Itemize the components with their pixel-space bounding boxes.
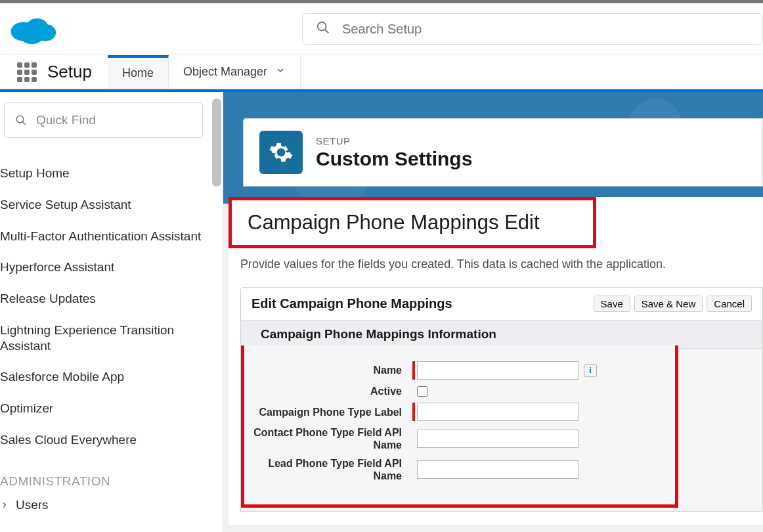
search-icon (15, 114, 27, 127)
sidebar-nav: Setup Home Service Setup Assistant Multi… (0, 158, 223, 516)
save-and-new-button[interactable]: Save & New (634, 296, 703, 312)
page-title-highlight: Campaign Phone Mappings Edit (229, 197, 596, 248)
global-search-input[interactable] (342, 22, 749, 37)
svg-line-5 (325, 30, 329, 33)
setup-sidebar: Setup Home Service Setup Assistant Multi… (0, 92, 223, 532)
app-launcher-icon[interactable] (12, 55, 42, 89)
search-icon (316, 20, 330, 37)
chevron-right-icon (0, 500, 9, 510)
sidebar-item-users[interactable]: Users (0, 494, 223, 516)
form-toolbar: Edit Campaign Phone Mappings Save Save &… (241, 288, 762, 321)
form-buttons: Save Save & New Cancel (594, 296, 752, 312)
form-fields-highlight: Name i Active Campaign Phone Type Label (241, 345, 678, 508)
quick-find[interactable] (4, 102, 203, 138)
sidebar-item[interactable]: Lightning Experience Transition Assistan… (0, 315, 223, 362)
sidebar-item[interactable]: Optimizer (0, 393, 223, 424)
field-label: Name (244, 364, 412, 376)
tab-object-manager[interactable]: Object Manager (169, 55, 301, 89)
field-row-campaign-phone-type-label: Campaign Phone Type Label (244, 400, 675, 424)
global-search[interactable] (302, 13, 763, 45)
tab-label: Home (122, 66, 154, 80)
sidebar-item-label: Users (16, 498, 49, 512)
svg-line-7 (22, 122, 26, 125)
campaign-phone-type-label-input[interactable] (417, 403, 578, 421)
edit-form-card: Edit Campaign Phone Mappings Save Save &… (240, 287, 763, 512)
tab-label: Object Manager (183, 65, 267, 79)
page-subtitle: Provide values for the fields you create… (240, 257, 763, 271)
content-area: SETUP Custom Settings Campaign Phone Map… (223, 92, 763, 532)
cancel-button[interactable]: Cancel (707, 296, 752, 312)
quick-find-input[interactable] (36, 113, 192, 127)
page-header-title: Custom Settings (316, 148, 472, 170)
field-row-active: Active (244, 382, 675, 400)
page-body: Campaign Phone Mappings Edit Provide val… (229, 197, 763, 525)
name-input[interactable] (417, 361, 578, 380)
sidebar-item[interactable]: Sales Cloud Everywhere (0, 424, 223, 456)
svg-point-6 (16, 116, 24, 123)
required-indicator (412, 361, 415, 380)
svg-point-3 (20, 28, 43, 45)
svg-point-4 (318, 22, 326, 31)
field-label: Contact Phone Type Field API Name (244, 426, 412, 451)
field-label: Active (244, 385, 412, 397)
app-title: Setup (42, 55, 108, 89)
sidebar-section-header: ADMINISTRATION (0, 474, 223, 489)
page-header-card: SETUP Custom Settings (243, 118, 763, 187)
field-row-lead-api: Lead Phone Type Field API Name (244, 454, 675, 485)
scrollbar-thumb[interactable] (212, 99, 221, 187)
form-section-title: Campaign Phone Mappings Information (241, 321, 762, 349)
field-label: Lead Phone Type Field API Name (244, 457, 412, 482)
chevron-down-icon (275, 65, 286, 79)
form-title: Edit Campaign Phone Mappings (251, 296, 452, 311)
field-row-contact-api: Contact Phone Type Field API Name (244, 424, 675, 454)
sidebar-item[interactable]: Setup Home (0, 158, 223, 189)
required-indicator (412, 403, 415, 421)
tab-home[interactable]: Home (108, 55, 169, 89)
field-label: Campaign Phone Type Label (244, 406, 412, 418)
sidebar-item[interactable]: Release Updates (0, 283, 223, 315)
info-icon[interactable]: i (584, 364, 597, 377)
sidebar-item[interactable]: Hyperforce Assistant (0, 252, 223, 283)
save-button[interactable]: Save (594, 296, 630, 312)
lead-phone-api-input[interactable] (417, 460, 578, 479)
active-checkbox[interactable] (417, 386, 427, 397)
contact-phone-api-input[interactable] (417, 430, 578, 448)
page-title: Campaign Phone Mappings Edit (248, 211, 577, 234)
field-row-name: Name i (244, 359, 675, 382)
salesforce-logo (7, 11, 59, 47)
gear-icon (259, 131, 303, 174)
sidebar-item[interactable]: Service Setup Assistant (0, 189, 223, 221)
page-eyebrow: SETUP (316, 135, 472, 146)
global-header (0, 3, 763, 55)
sidebar-item[interactable]: Multi-Factor Authentication Assistant (0, 221, 223, 252)
sidebar-item[interactable]: Salesforce Mobile App (0, 361, 223, 393)
app-nav: Setup Home Object Manager (0, 55, 763, 89)
